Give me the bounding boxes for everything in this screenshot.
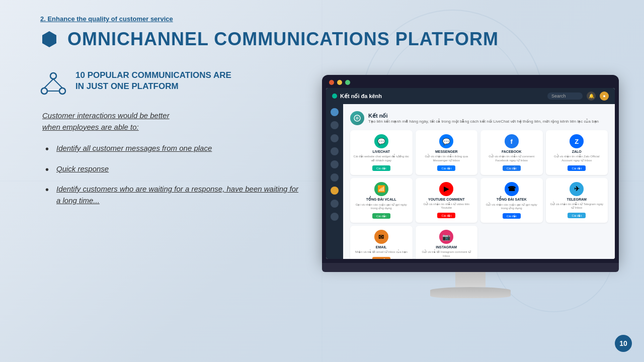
channel-card: ▶ YOUTUBE COMMENT Gửi và nhận tin nhắn t… xyxy=(416,178,478,223)
monitor-base xyxy=(430,287,511,298)
monitor-screen: Kết nối đa kênh Search 🔔 ● xyxy=(326,88,615,259)
connect-icon xyxy=(350,111,364,125)
app-search-box[interactable]: Search xyxy=(547,93,583,100)
channel-desc: Gọi và nhận các cuộc gọi từ gpt ngày tro… xyxy=(353,203,410,211)
monitor-top-bar xyxy=(326,80,615,88)
sidebar-item[interactable] xyxy=(331,173,339,182)
sidebar-item[interactable] xyxy=(331,108,339,116)
channel-desc: Gửi và nhận tin nhắn Zalo Official Accou… xyxy=(549,155,605,163)
list-item: Identify customers who are waiting for a… xyxy=(45,184,302,206)
sidebar-item[interactable] xyxy=(331,121,339,129)
channel-name: TỔNG ĐÀI SATEK xyxy=(497,198,527,202)
channel-desc: Nhận và trả lời email từ inbox của bạn xyxy=(355,250,408,254)
channel-logo: Z xyxy=(570,134,584,148)
monitor-dot-min xyxy=(337,80,342,85)
svg-point-7 xyxy=(41,88,47,94)
channel-name: INSTAGRAM xyxy=(436,245,457,249)
subtitle: Customer interactions would be betterwhe… xyxy=(42,110,302,133)
title-row: OMNICHANNEL COMMUNICATIONS PLATFORM xyxy=(40,29,614,50)
channel-card: ☎ TỔNG ĐÀI SATEK Gửi và nhận các cuộc gọ… xyxy=(480,178,543,223)
channel-logo: f xyxy=(505,134,519,148)
channel-btn[interactable]: Cài đặt xyxy=(503,213,521,219)
channel-grid: 💬 LIVECHAT Cài đặt website chat widget đ… xyxy=(350,130,608,259)
hexagon-icon xyxy=(40,30,58,48)
breadcrumb: 2. Enhance the quality of customer servi… xyxy=(40,15,614,23)
channel-card: Z ZALO Gửi và nhận tin nhắn Zalo Officia… xyxy=(546,130,608,175)
left-column: 10 POPULAR COMMUNICATIONS ARE IN JUST ON… xyxy=(40,70,302,298)
app-header-title: Kết nối đa kênh xyxy=(340,93,382,100)
two-column-layout: 10 POPULAR COMMUNICATIONS ARE IN JUST ON… xyxy=(40,70,614,298)
channel-btn[interactable]: Cài đặt xyxy=(568,213,586,218)
svg-point-6 xyxy=(50,73,56,79)
monitor-frame: Kết nối đa kênh Search 🔔 ● xyxy=(322,75,619,263)
monitor-dot-max xyxy=(345,80,350,85)
channel-card: ✉ EMAIL Nhận và trả lời email từ inbox c… xyxy=(350,226,413,259)
sidebar-item[interactable] xyxy=(331,213,339,221)
list-item: Identify all customer messages from one … xyxy=(45,143,302,154)
connect-header: Kết nối Tạo liên kết mạnh mẽ hàng ngày, … xyxy=(350,111,608,125)
app-body: Kết nối Tạo liên kết mạnh mẽ hàng ngày, … xyxy=(326,104,615,259)
connect-text: Kết nối Tạo liên kết mạnh mẽ hàng ngày, … xyxy=(368,113,599,124)
app-main: Kết nối Tạo liên kết mạnh mẽ hàng ngày, … xyxy=(343,104,615,259)
list-item: Quick response xyxy=(45,163,302,175)
svg-point-8 xyxy=(59,88,65,94)
network-icon xyxy=(40,72,66,98)
sidebar-item[interactable] xyxy=(331,147,339,155)
channel-name: FACEBOOK xyxy=(502,150,522,153)
monitor: Kết nối đa kênh Search 🔔 ● xyxy=(322,75,619,298)
svg-marker-5 xyxy=(42,31,56,47)
channel-name: LIVECHAT xyxy=(373,150,390,153)
channel-logo: ✉ xyxy=(374,230,388,244)
channel-logo: 💬 xyxy=(439,134,453,148)
sidebar-item[interactable] xyxy=(331,134,339,142)
channel-btn[interactable]: Cài đặt xyxy=(372,165,390,171)
page-title: OMNICHANNEL COMMUNICATIONS PLATFORM xyxy=(67,29,499,50)
channel-desc: Gửi và nhận tin nhắn thông qua Messenger… xyxy=(419,155,475,163)
channel-btn[interactable]: Cài đặt xyxy=(372,257,390,259)
notification-icon[interactable]: 🔔 xyxy=(587,92,596,101)
channel-name: YOUTUBE COMMENT xyxy=(428,198,464,201)
sidebar-item-active[interactable] xyxy=(331,187,339,195)
channel-logo: 📶 xyxy=(374,182,388,196)
channel-name: MESSENGER xyxy=(435,150,458,153)
channel-logo: ☎ xyxy=(505,182,519,196)
channel-logo: 📷 xyxy=(439,230,453,244)
channel-desc: Gửi và nhận các cuộc gọi từ gpt ngày tro… xyxy=(484,203,540,211)
monitor-chin xyxy=(322,263,619,272)
channel-desc: Cài đặt website chat widget để tương tác… xyxy=(353,155,410,163)
svg-point-13 xyxy=(356,117,359,120)
bullet-list: Identify all customer messages from one … xyxy=(40,143,302,206)
channel-name: ZALO xyxy=(572,150,582,153)
svg-line-10 xyxy=(53,79,62,88)
app-header-icons: Search 🔔 ● xyxy=(547,92,609,101)
channel-btn[interactable]: Cài đặt xyxy=(437,213,455,218)
user-avatar[interactable]: ● xyxy=(600,92,609,101)
channel-card: 📷 INSTAGRAM Gửi và trả lời Instagram com… xyxy=(416,226,478,259)
svg-line-9 xyxy=(44,79,53,88)
sidebar-item[interactable] xyxy=(331,160,339,168)
channel-card: 💬 LIVECHAT Cài đặt website chat widget đ… xyxy=(350,130,413,175)
channel-logo: ▶ xyxy=(439,182,453,196)
channel-desc: Gửi và nhận tin nhắn từ comment Facebook… xyxy=(484,155,540,163)
channel-card: f FACEBOOK Gửi và nhận tin nhắn từ comme… xyxy=(480,130,543,175)
monitor-neck xyxy=(455,272,486,287)
right-column: Kết nối đa kênh Search 🔔 ● xyxy=(322,70,619,298)
monitor-dot-close xyxy=(329,80,334,85)
app-header: Kết nối đa kênh Search 🔔 ● xyxy=(326,88,615,104)
app-sidebar xyxy=(326,104,343,259)
channel-name: TỔNG ĐÀI VCALL xyxy=(366,198,396,202)
channel-btn[interactable]: Cài đặt xyxy=(437,165,455,171)
channel-card: 💬 MESSENGER Gửi và nhận tin nhắn thông q… xyxy=(416,130,478,175)
channel-card: ✈ TELEGRAM Gửi và nhận tin nhắn từ Teleg… xyxy=(546,178,608,223)
channel-desc: Gửi và nhận tin nhắn từ Telegram ngày từ… xyxy=(549,203,605,211)
sidebar-item[interactable] xyxy=(331,200,339,208)
channel-name: EMAIL xyxy=(376,245,387,249)
channel-btn[interactable]: Cài đặt xyxy=(503,165,521,171)
page-badge: 10 xyxy=(615,335,632,352)
section-title: 10 POPULAR COMMUNICATIONS ARE IN JUST ON… xyxy=(75,70,231,92)
channel-btn[interactable]: Cài đặt xyxy=(568,165,586,171)
channel-name: TELEGRAM xyxy=(567,198,587,201)
channel-btn[interactable]: Cài đặt xyxy=(372,213,390,219)
channel-card: 📶 TỔNG ĐÀI VCALL Gọi và nhận các cuộc gọ… xyxy=(350,178,413,223)
section-header: 10 POPULAR COMMUNICATIONS ARE IN JUST ON… xyxy=(40,70,302,98)
